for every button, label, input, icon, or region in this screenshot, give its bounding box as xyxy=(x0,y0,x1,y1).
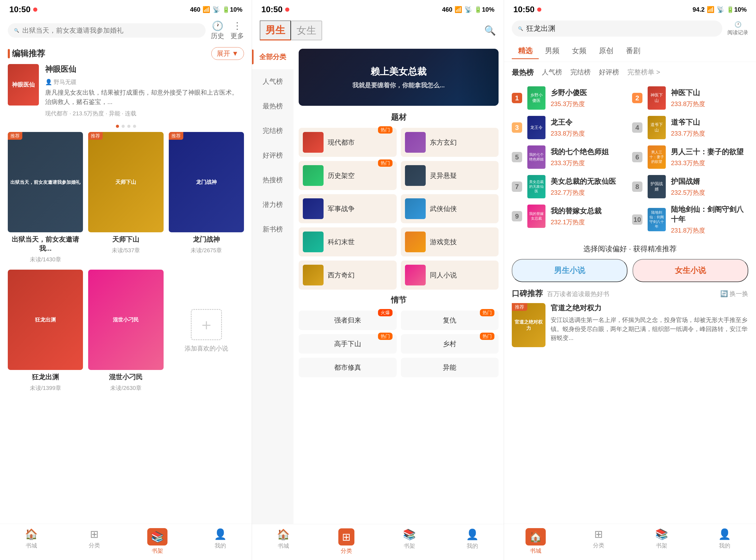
book-card-1[interactable]: 推荐 出狱当天，前女友邀请我参加婚礼 出狱当天，前女友邀请我... 未读/143… xyxy=(8,132,83,263)
nav-bookstore-label-3: 书城 xyxy=(530,547,541,555)
feeling-4[interactable]: 乡村 热门 xyxy=(401,334,499,354)
ranking-right: 2 神医下山 神医下山 233.8万热度 4 道爷下山 道爷下山 233.7万热… xyxy=(632,83,748,238)
wifi-icon-3: 📡 xyxy=(717,6,724,13)
sub-tab-rating[interactable]: 好评榜 xyxy=(599,66,619,79)
rank-item-9[interactable]: 9 我的替嫁女总裁 我的替嫁女总裁 232.1万热度 xyxy=(512,201,628,231)
expand-btn[interactable]: 展开 ▼ xyxy=(211,47,244,60)
history-btn-1[interactable]: 🕐 历史 xyxy=(211,20,224,40)
nav-shelf-3[interactable]: 📚 书架 xyxy=(630,528,693,555)
rank-item-1[interactable]: 1 乡野小傻医 乡野小傻医 235.3万热度 xyxy=(512,83,628,113)
book-cover-1: 推荐 出狱当天，前女友邀请我参加婚礼 xyxy=(8,132,83,232)
feeling-3[interactable]: 高手下山 热门 xyxy=(299,334,397,354)
nav-profile-1[interactable]: 👤 我的 xyxy=(189,528,252,555)
nav-category-2[interactable]: ⊞ 分类 xyxy=(315,528,378,555)
cat-item-10[interactable]: 同人小说 xyxy=(401,261,499,289)
rank-item-8[interactable]: 8 护国战婿 护国战婿 232.5万热度 xyxy=(632,172,748,201)
search-bar-1: 🔍 🕐 历史 ⋮ 更多 xyxy=(0,16,252,45)
cat-item-1[interactable]: 现代都市 热门 xyxy=(299,128,397,157)
wom-action-btn[interactable]: 🔄 换一换 xyxy=(720,289,748,298)
nav-profile-icon-3: 👤 xyxy=(718,528,731,540)
tab-select[interactable]: 精选 xyxy=(512,43,539,59)
rank-item-6[interactable]: 6 男人三十：妻子的欲望 男人三十：妻子的欲望 233.3万热度 xyxy=(632,142,748,172)
nav-profile-2[interactable]: 👤 我的 xyxy=(441,528,504,555)
tab-original[interactable]: 原创 xyxy=(593,43,620,59)
search-btn-2[interactable]: 🔍 xyxy=(484,25,496,36)
wifi-icon-1: 📡 xyxy=(212,6,220,13)
nav-bookstore-3[interactable]: 🏠 书城 xyxy=(504,528,567,555)
nav-shelf-2[interactable]: 📚 书架 xyxy=(378,528,441,555)
expand-label: 展开 xyxy=(217,49,230,58)
sub-tab-full[interactable]: 完整榜单 > xyxy=(628,66,660,79)
search-box-3[interactable]: 🔍 狂龙出渊 xyxy=(512,20,722,37)
feeling-2[interactable]: 复仇 热门 xyxy=(401,311,499,330)
cat-item-3[interactable]: 历史架空 热门 xyxy=(299,161,397,190)
nav-profile-3[interactable]: 👤 我的 xyxy=(693,528,756,555)
sidebar-item-all[interactable]: 全部分类 xyxy=(252,45,294,69)
cover-img-3: 龙门战神 xyxy=(169,132,244,232)
sub-tab-complete[interactable]: 完结榜 xyxy=(570,66,591,79)
more-btn-1[interactable]: ⋮ 更多 xyxy=(231,20,244,40)
add-book-card[interactable]: ＋ 添加喜欢的小说 xyxy=(169,269,244,392)
pref-male-btn[interactable]: 男生小说 xyxy=(512,259,628,282)
cat-item-4[interactable]: 灵异悬疑 xyxy=(401,161,499,190)
badge-2: 推荐 xyxy=(88,132,103,140)
cat-name-10: 同人小说 xyxy=(430,271,457,280)
nav-category-3[interactable]: ⊞ 分类 xyxy=(567,528,630,555)
rank-item-10[interactable]: 10 陆地剑仙：剑阁守剑八十年 陆地剑仙：剑阁守剑八十年 231.8万热度 xyxy=(632,201,748,238)
status-bar-2: 10:50 460 📶 📡 🔋10% xyxy=(252,0,504,16)
sidebar-item-potential[interactable]: 潜力榜 xyxy=(252,192,294,217)
book-title-5: 混世小刁民 xyxy=(88,373,163,382)
feeling-5[interactable]: 都市修真 xyxy=(299,358,397,377)
rank-item-2[interactable]: 2 神医下山 神医下山 233.8万热度 xyxy=(632,83,748,113)
nav-bookstore-2[interactable]: 🏠 书城 xyxy=(252,528,315,555)
tab-male-freq[interactable]: 男频 xyxy=(539,43,566,59)
rank-item-3[interactable]: 3 龙王令 龙王令 233.8万热度 xyxy=(512,113,628,142)
book-card-2[interactable]: 推荐 天师下山 天师下山 未读/537章 xyxy=(88,132,163,263)
pref-female-btn[interactable]: 女生小说 xyxy=(633,259,748,282)
cat-item-6[interactable]: 武侠仙侠 xyxy=(401,194,499,223)
wom-book-info: 官道之绝对权力 安江以选调生第一名上岸，怀揣为民之念，投身官场，却被无形大手推至… xyxy=(551,303,748,342)
cat-item-5[interactable]: 军事战争 xyxy=(299,194,397,223)
nav-bookstore-1[interactable]: 🏠 书城 xyxy=(0,528,63,555)
rank-title-10: 陆地剑仙：剑阁守剑八十年 xyxy=(671,204,748,224)
sidebar-item-new[interactable]: 新书榜 xyxy=(252,217,294,242)
nav-bookstore-icon-3: 🏠 xyxy=(525,528,546,545)
banner-2[interactable]: 赖上美女总裁 我就是要缠着你，你能拿我怎么... xyxy=(299,49,499,106)
sub-tab-popularity[interactable]: 人气榜 xyxy=(542,66,562,79)
tab-male[interactable]: 男生 xyxy=(260,20,291,40)
tab-female[interactable]: 女生 xyxy=(291,21,322,40)
nav-category-1[interactable]: ⊞ 分类 xyxy=(63,528,126,555)
tab-drama[interactable]: 番剧 xyxy=(620,43,646,59)
rank-item-5[interactable]: 5 我的七个绝色师姐 我的七个绝色师姐 233.3万热度 xyxy=(512,142,628,172)
search-input-1[interactable] xyxy=(22,26,199,35)
sub-tab-hot[interactable]: 最热榜 xyxy=(512,66,534,79)
rank-item-7[interactable]: 7 美女总裁的无敌仙医 美女总裁的无敌仙医 232.7万热度 xyxy=(512,172,628,201)
sidebar-item-popularity[interactable]: 人气榜 xyxy=(252,69,294,94)
sidebar-item-trending[interactable]: 热搜榜 xyxy=(252,168,294,192)
rank-info-9: 我的替嫁女总裁 232.1万热度 xyxy=(551,206,628,226)
sidebar-item-rating[interactable]: 好评榜 xyxy=(252,143,294,168)
cat-item-9[interactable]: 西方奇幻 xyxy=(299,261,397,289)
sidebar-item-hot[interactable]: 最热榜 xyxy=(252,94,294,119)
feeling-1[interactable]: 强者归来 火爆 xyxy=(299,311,397,330)
book-card-3[interactable]: 推荐 龙门战神 龙门战神 未读/2675章 xyxy=(169,132,244,263)
book-card-4[interactable]: 狂龙出渊 狂龙出渊 未读/1399章 xyxy=(8,269,83,392)
rank-heat-6: 233.3万热度 xyxy=(671,159,748,167)
book-cover-4: 狂龙出渊 xyxy=(8,269,83,370)
cat-item-7[interactable]: 科幻末世 xyxy=(299,227,397,256)
reading-history-btn[interactable]: 🕐 阅读记录 xyxy=(728,21,748,36)
featured-book[interactable]: 神眼医仙 神眼医仙 👤 野马无疆 唐凡撞见女友出轨，结果被打成重伤，却意外接受了… xyxy=(0,64,252,123)
author-icon: 👤 xyxy=(45,78,52,86)
nav-shelf-1[interactable]: 📚 书架 xyxy=(126,528,189,555)
sidebar-item-complete[interactable]: 完结榜 xyxy=(252,119,294,143)
tab-female-freq[interactable]: 女频 xyxy=(566,43,593,59)
book-card-5[interactable]: 混世小刁民 混世小刁民 未读/2630章 xyxy=(88,269,163,392)
search-input-area-1[interactable]: 🔍 xyxy=(8,23,205,38)
rank-title-1: 乡野小傻医 xyxy=(551,88,628,98)
feeling-6[interactable]: 异能 xyxy=(401,358,499,377)
feeling-name-2: 复仇 xyxy=(443,316,456,324)
rank-item-4[interactable]: 4 道爷下山 道爷下山 233.7万热度 xyxy=(632,113,748,142)
wom-book[interactable]: 推荐 官道之绝对权力 官道之绝对权力 安江以选调生第一名上岸，怀揣为民之念，投身… xyxy=(512,303,748,347)
cat-item-8[interactable]: 游戏竞技 xyxy=(401,227,499,256)
cat-item-2[interactable]: 东方玄幻 xyxy=(401,128,499,157)
